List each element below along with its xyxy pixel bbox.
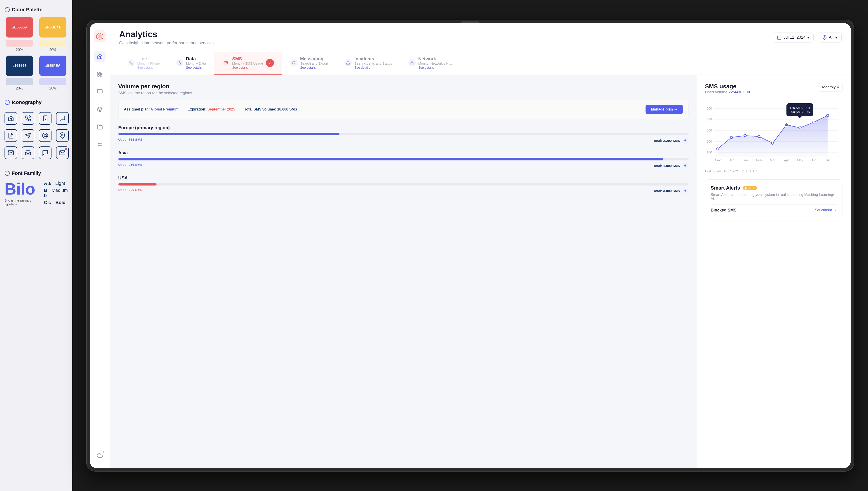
blocked-sms-alert-row: Blocked SMS Set criteria →	[711, 204, 837, 216]
nav-dashboard[interactable]	[94, 68, 106, 80]
house-icon	[4, 112, 17, 125]
date-picker[interactable]: Jul 11, 2024 ▾	[773, 32, 814, 42]
svg-point-1	[5, 100, 9, 105]
region-europe: Europe (primary region) Used: 853 SMS To…	[118, 125, 689, 144]
monthly-select[interactable]: Monthly ▾	[819, 83, 842, 92]
email-icon	[4, 146, 17, 159]
content-body: Volume per region SMS volume report for …	[110, 75, 850, 468]
svg-point-54	[771, 142, 774, 144]
svg-text:200: 200	[707, 139, 712, 143]
usa-bar-track	[118, 183, 689, 185]
tab-messaging[interactable]: Messaging Search and Export See details	[282, 52, 336, 75]
nav-cloud-area	[94, 450, 106, 461]
svg-rect-16	[100, 75, 102, 76]
iconography-title: Iconography	[4, 99, 68, 105]
nav-cloud[interactable]	[94, 450, 106, 461]
notification-mail-icon	[56, 146, 69, 159]
region-usa: USA Used: 200 SMS Total: 3.000 SMS +	[118, 175, 689, 194]
svg-point-22	[100, 143, 101, 144]
europe-add-button[interactable]: +	[682, 138, 689, 144]
svg-text:500: 500	[707, 107, 712, 110]
svg-marker-12	[98, 34, 102, 39]
svg-line-38	[412, 62, 413, 64]
tab-network[interactable]: Network Monitor Network's H… See details	[400, 52, 460, 75]
tab-data[interactable]: Data Monthly Data See details	[168, 52, 214, 75]
svg-point-52	[744, 135, 746, 137]
tab-incidents[interactable]: Incidents See Incidents and Status See d…	[336, 52, 400, 75]
svg-point-3	[45, 119, 46, 120]
document-icon	[4, 129, 17, 142]
left-design-panel: Color Palette #E65659 20% #F5BC41 20% #1…	[0, 0, 72, 491]
swatch-red-box: #E65659	[6, 17, 33, 37]
chart-subtitle: Used volume 2256/10.000	[705, 90, 750, 94]
svg-point-36	[413, 63, 413, 64]
chart-container: 500 400 300 200 100	[705, 100, 842, 168]
manage-plan-button[interactable]: Manage plan →	[646, 105, 683, 114]
nav-apps[interactable]	[94, 139, 106, 150]
smart-alerts-title: Smart Alerts	[711, 185, 740, 191]
network-tab-icon	[408, 59, 416, 66]
header-top: Analytics Gain insights into network per…	[119, 30, 842, 46]
svg-rect-13	[97, 72, 99, 74]
usa-bar-fill	[118, 183, 156, 185]
swatch-darkblue-box: #163567	[6, 56, 33, 76]
asia-add-button[interactable]: +	[682, 163, 689, 169]
tablet-screen: Analytics Gain insights into network per…	[90, 23, 850, 468]
svg-point-9	[62, 134, 63, 136]
svg-text:400: 400	[707, 117, 712, 121]
tablet-notch	[461, 22, 479, 23]
font-family-section: Font Familly Bilo Bilo is the primary ty…	[4, 170, 68, 210]
svg-point-53	[758, 135, 760, 138]
usa-add-button[interactable]: +	[682, 188, 689, 194]
swatch-darkblue-light	[6, 78, 33, 85]
svg-point-56	[799, 126, 801, 129]
chart-header: SMS usage Used volume 2256/10.000 Monthl…	[705, 83, 842, 95]
tab-sms[interactable]: SMS Monthly SMS Usage See details ›	[214, 52, 282, 75]
nav-home[interactable]	[94, 51, 106, 62]
europe-bar-fill	[118, 133, 340, 135]
region-asia: Asia Used: 956 SMS Total: 1.000 SMS +	[118, 150, 689, 169]
svg-rect-14	[100, 72, 102, 74]
tablet-area: Analytics Gain insights into network per…	[72, 0, 868, 491]
plan-assigned: Assigned plan: Global Premium	[124, 107, 179, 111]
nav-monitor[interactable]	[94, 86, 106, 97]
at-icon	[39, 129, 52, 142]
swatch-yellow-light	[39, 40, 66, 47]
svg-text:100: 100	[707, 150, 712, 154]
svg-point-10	[5, 171, 9, 176]
svg-text:Jul: Jul	[826, 158, 830, 162]
font-weight-bold: C c Bold	[44, 200, 68, 205]
data-tab-icon	[176, 59, 183, 66]
svg-marker-49	[718, 115, 827, 156]
svg-point-50	[716, 148, 719, 150]
alert-name: Blocked SMS	[711, 208, 737, 213]
incidents-tab-icon	[345, 59, 352, 66]
region-asia-header: Asia	[118, 150, 689, 155]
svg-marker-20	[97, 107, 102, 109]
right-panel: SMS usage Used volume 2256/10.000 Monthl…	[697, 75, 850, 468]
asia-bar-fill	[118, 158, 664, 161]
volume-section-header: Volume per region SMS volume report for …	[118, 83, 689, 95]
color-swatch-purple: #545FEA 20%	[38, 56, 68, 90]
nav-layers[interactable]	[94, 104, 106, 115]
tab-phone[interactable]: …ne Monthly Phone See details	[119, 52, 168, 75]
svg-point-57	[813, 121, 815, 123]
asia-stats: Used: 956 SMS Total: 1.000 SMS +	[118, 163, 689, 169]
page-subtitle: Gain insights into network performance a…	[119, 41, 215, 46]
location-picker[interactable]: All ▾	[818, 32, 841, 42]
asia-bar-track	[118, 158, 689, 161]
nav-folder[interactable]	[94, 121, 106, 133]
svg-text:Jun: Jun	[811, 158, 816, 162]
svg-text:Apr: Apr	[784, 158, 789, 162]
region-europe-header: Europe (primary region)	[118, 125, 689, 131]
font-weight-light: A a Light	[44, 181, 68, 186]
sms-next-button[interactable]: ›	[266, 59, 274, 67]
tablet-frame: Analytics Gain insights into network per…	[86, 20, 854, 471]
svg-point-34	[412, 61, 412, 62]
app-header: Analytics Gain insights into network per…	[110, 23, 850, 75]
color-swatch-darkblue: #163567 20%	[4, 56, 34, 90]
mobile-icon	[39, 112, 52, 125]
europe-bar-track	[118, 133, 689, 135]
set-criteria-link[interactable]: Set criteria →	[815, 208, 837, 212]
swatch-purple-box: #545FEA	[39, 56, 66, 76]
